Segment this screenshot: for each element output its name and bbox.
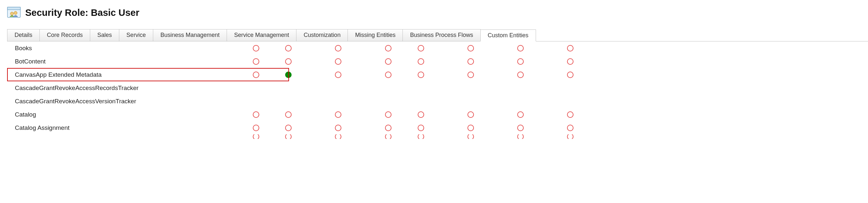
privilege-none-icon[interactable] [567,111,574,118]
privilege-cell [305,71,372,78]
privilege-none-icon[interactable] [253,45,259,52]
privilege-none-icon[interactable] [517,125,524,131]
privilege-none-icon[interactable] [335,111,341,118]
privilege-none-icon[interactable] [335,71,341,78]
privilege-none-icon[interactable] [567,125,574,131]
privilege-none-icon[interactable] [253,71,259,78]
privilege-cells [240,71,604,78]
privilege-none-icon[interactable] [285,125,291,131]
privilege-none-icon[interactable] [285,134,291,139]
tab-sales[interactable]: Sales [90,29,119,41]
privilege-none-icon[interactable] [335,125,341,131]
tab-label: Details [14,32,32,38]
privilege-none-icon[interactable] [467,45,474,52]
entity-row: CanvasApp Extended Metadata [7,68,868,81]
privilege-cells [240,125,604,131]
privilege-none-icon[interactable] [253,134,259,139]
privilege-none-icon[interactable] [517,111,524,118]
svg-rect-1 [7,7,20,10]
privilege-none-icon[interactable] [567,45,574,52]
privilege-none-icon[interactable] [253,58,259,65]
privilege-cell [240,111,272,118]
privilege-none-icon[interactable] [467,134,474,139]
page-title: Security Role: Basic User [25,7,140,18]
privilege-none-icon[interactable] [567,58,574,65]
privilege-none-icon[interactable] [253,125,259,131]
privilege-cell [537,58,604,65]
privilege-cell [240,45,272,52]
privilege-none-icon[interactable] [567,71,574,78]
privilege-cell [537,71,604,78]
privilege-none-icon[interactable] [418,45,424,52]
privilege-none-icon[interactable] [285,58,291,65]
privilege-none-icon[interactable] [467,125,474,131]
privilege-cell [272,71,305,78]
privilege-cell [305,134,372,139]
privilege-cell [437,125,504,131]
tab-business-management[interactable]: Business Management [153,29,227,41]
privilege-none-icon[interactable] [467,111,474,118]
privilege-none-icon[interactable] [467,71,474,78]
privilege-none-icon[interactable] [253,111,259,118]
entity-row: CascadeGrantRevokeAccessVersionTracker [7,94,868,108]
privilege-none-icon[interactable] [567,134,574,139]
privilege-none-icon[interactable] [418,58,424,65]
tab-details[interactable]: Details [7,29,40,41]
privilege-organization-icon[interactable] [285,71,291,78]
privilege-none-icon[interactable] [335,45,341,52]
tab-missing-entities[interactable]: Missing Entities [347,29,403,41]
tab-label: Missing Entities [355,32,395,38]
privilege-cell [372,125,405,131]
page-header: Security Role: Basic User [0,0,868,29]
privilege-cell [272,125,305,131]
tab-label: Service [126,32,146,38]
tab-label: Core Records [47,32,83,38]
privilege-cell [437,58,504,65]
privilege-cell [372,71,405,78]
privilege-cell [240,134,272,139]
privilege-cell [272,111,305,118]
tab-label: Service Management [234,32,289,38]
privilege-none-icon[interactable] [385,58,392,65]
privilege-none-icon[interactable] [467,58,474,65]
tab-service[interactable]: Service [119,29,153,41]
privilege-none-icon[interactable] [517,45,524,52]
tab-service-management[interactable]: Service Management [227,29,297,41]
privilege-none-icon[interactable] [517,58,524,65]
entity-name: CascadeGrantRevokeAccessRecordsTracker [7,85,240,92]
entity-name: Catalog [7,111,240,118]
privilege-cells [240,134,604,139]
privilege-none-icon[interactable] [418,71,424,78]
privilege-none-icon[interactable] [335,134,341,139]
privilege-none-icon[interactable] [285,45,291,52]
privilege-none-icon[interactable] [385,71,392,78]
privilege-cell [437,45,504,52]
privilege-none-icon[interactable] [385,111,392,118]
tab-custom-entities[interactable]: Custom Entities [480,29,536,41]
privilege-none-icon[interactable] [517,71,524,78]
privilege-cell [272,45,305,52]
privilege-none-icon[interactable] [335,58,341,65]
privilege-cell [305,111,372,118]
privilege-cell [305,125,372,131]
privilege-none-icon[interactable] [385,125,392,131]
tab-label: Sales [97,32,112,38]
tab-business-process-flows[interactable]: Business Process Flows [402,29,480,41]
privilege-cell [405,58,437,65]
privilege-cell [504,134,537,139]
tab-core-records[interactable]: Core Records [39,29,90,41]
entity-row-partial [7,134,868,139]
privilege-cell [504,58,537,65]
privilege-none-icon[interactable] [418,134,424,139]
privilege-none-icon[interactable] [517,134,524,139]
privilege-none-icon[interactable] [385,45,392,52]
privilege-none-icon[interactable] [418,111,424,118]
privilege-none-icon[interactable] [385,134,392,139]
privilege-cells [240,111,604,118]
privilege-none-icon[interactable] [285,111,291,118]
privilege-grid: BooksBotContentCanvasApp Extended Metada… [7,41,868,139]
privilege-cell [372,58,405,65]
privilege-none-icon[interactable] [418,125,424,131]
entity-name: BotContent [7,58,240,65]
tab-customization[interactable]: Customization [296,29,348,41]
